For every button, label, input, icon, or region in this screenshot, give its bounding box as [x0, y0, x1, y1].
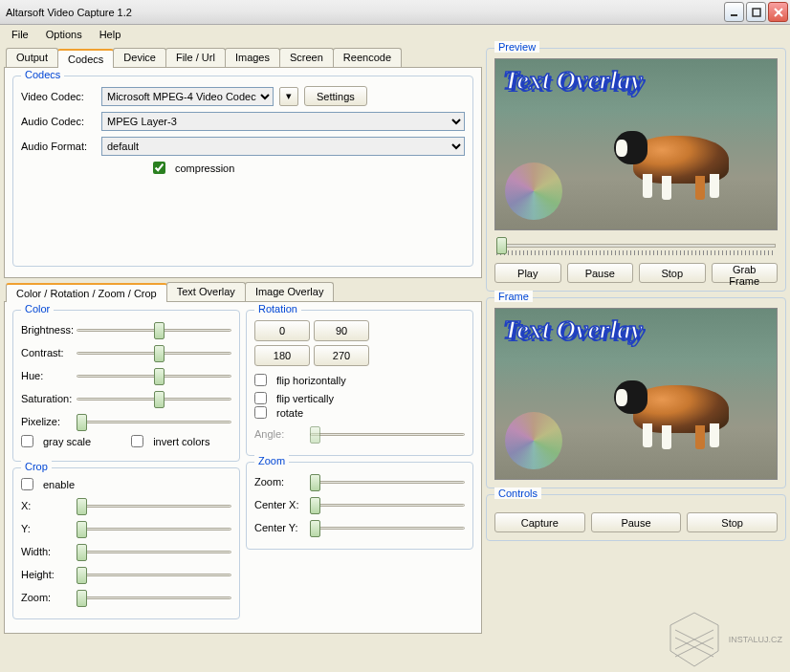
saturation-slider[interactable]: [77, 389, 231, 408]
tab-images[interactable]: Images: [225, 48, 280, 67]
rotation-legend: Rotation: [254, 303, 301, 314]
zoom-legend: Zoom: [254, 455, 289, 466]
chevron-down-icon[interactable]: ▾: [279, 87, 298, 106]
color-legend: Color: [21, 303, 54, 314]
rotate-checkbox[interactable]: [254, 406, 267, 419]
titlebar: Altarsoft Video Capture 1.2: [0, 0, 790, 25]
frame-overlay-text: Text Overlay: [503, 314, 643, 345]
rotate-90-button[interactable]: 90: [314, 320, 369, 341]
tab-device[interactable]: Device: [113, 48, 166, 67]
flip-v-checkbox[interactable]: [254, 392, 267, 404]
angle-label: Angle:: [254, 428, 310, 440]
sub-tabs: Color / Rotation / Zoom / Crop Text Over…: [4, 282, 482, 302]
zoom-cy-label: Center Y:: [254, 522, 310, 533]
cube-icon: [666, 611, 723, 668]
contrast-slider[interactable]: [77, 343, 231, 362]
crop-y-slider[interactable]: [77, 519, 231, 538]
crop-height-slider[interactable]: [77, 565, 231, 584]
crop-x-slider[interactable]: [77, 496, 231, 515]
video-codec-select[interactable]: Microsoft MPEG-4 Video Codec: [101, 87, 274, 106]
frame-legend: Frame: [494, 291, 533, 302]
flip-h-checkbox[interactable]: [254, 374, 267, 386]
tab-screen[interactable]: Screen: [279, 48, 334, 67]
invert-checkbox[interactable]: [131, 435, 143, 447]
grayscale-label: gray scale: [43, 436, 91, 447]
watermark-icon-2: [505, 412, 562, 469]
rotate-180-button[interactable]: 180: [254, 345, 310, 366]
crop-y-label: Y:: [21, 523, 77, 534]
menu-file[interactable]: File: [4, 27, 36, 42]
preview-legend: Preview: [494, 41, 539, 53]
audio-codec-label: Audio Codec:: [21, 116, 96, 127]
audio-format-select[interactable]: default: [101, 137, 465, 156]
pause-button[interactable]: Pause: [567, 263, 634, 283]
close-button[interactable]: [768, 2, 788, 22]
tab-output[interactable]: Output: [6, 48, 58, 67]
audio-format-label: Audio Format:: [21, 141, 96, 152]
frame-image: Text Overlay: [494, 308, 778, 480]
rotate-0-button[interactable]: 0: [254, 320, 310, 341]
tab-codecs[interactable]: Codecs: [57, 49, 114, 68]
crop-enable-checkbox[interactable]: [21, 478, 33, 490]
stop-button[interactable]: Stop: [639, 263, 706, 283]
rotate-label: rotate: [276, 407, 303, 419]
brand-text: INSTALUJ.CZ: [729, 635, 782, 644]
invert-label: invert colors: [153, 436, 209, 447]
watermark-icon: [505, 163, 562, 220]
crop-width-label: Width:: [21, 546, 77, 557]
cat-image-2: [614, 357, 748, 452]
crop-zoom-slider[interactable]: [77, 588, 231, 607]
brand-watermark: INSTALUJ.CZ: [666, 611, 782, 668]
capture-button[interactable]: Capture: [494, 512, 585, 532]
controls-stop-button[interactable]: Stop: [687, 512, 778, 532]
crop-x-label: X:: [21, 500, 77, 511]
minimize-button[interactable]: [724, 2, 744, 22]
compression-label: compression: [175, 163, 234, 174]
zoom-cy-slider[interactable]: [310, 518, 465, 537]
svg-rect-1: [753, 9, 760, 16]
tab-reencode[interactable]: Reencode: [333, 48, 402, 67]
menu-help[interactable]: Help: [92, 27, 129, 42]
window-title: Altarsoft Video Capture 1.2: [2, 7, 724, 18]
pixelize-label: Pixelize:: [21, 416, 77, 427]
crop-legend: Crop: [21, 461, 52, 472]
flip-h-label: flip horizontally: [276, 375, 346, 386]
play-button[interactable]: Play: [494, 263, 561, 283]
subtab-color[interactable]: Color / Rotation / Zoom / Crop: [6, 283, 167, 302]
crop-enable-label: enable: [43, 479, 75, 490]
brightness-label: Brightness:: [21, 324, 77, 336]
rotate-270-button[interactable]: 270: [314, 345, 369, 366]
settings-button[interactable]: Settings: [304, 86, 367, 106]
zoom-slider[interactable]: [310, 472, 465, 491]
preview-image: Text Overlay: [494, 58, 778, 230]
compression-checkbox[interactable]: [153, 162, 165, 174]
grab-frame-button[interactable]: Grab Frame: [712, 263, 779, 283]
maximize-button[interactable]: [746, 2, 766, 22]
video-codec-label: Video Codec:: [21, 91, 96, 102]
zoom-label: Zoom:: [254, 476, 310, 488]
flip-v-label: flip vertically: [276, 393, 334, 404]
crop-width-slider[interactable]: [77, 542, 231, 561]
grayscale-checkbox[interactable]: [21, 435, 33, 447]
hue-slider[interactable]: [77, 366, 231, 385]
pixelize-slider[interactable]: [77, 412, 231, 431]
saturation-label: Saturation:: [21, 393, 77, 404]
preview-seekbar[interactable]: [496, 236, 776, 255]
crop-height-label: Height:: [21, 569, 77, 580]
overlay-text: Text Overlay: [503, 65, 643, 96]
codecs-legend: Codecs: [21, 69, 64, 80]
menu-options[interactable]: Options: [38, 27, 90, 42]
zoom-cx-slider[interactable]: [310, 495, 465, 514]
controls-pause-button[interactable]: Pause: [591, 512, 682, 532]
zoom-cx-label: Center X:: [254, 499, 310, 510]
cat-image: [614, 107, 748, 203]
subtab-imageoverlay[interactable]: Image Overlay: [245, 282, 335, 301]
brightness-slider[interactable]: [77, 320, 231, 339]
contrast-label: Contrast:: [21, 347, 77, 358]
menubar: File Options Help: [0, 25, 790, 44]
angle-slider[interactable]: [310, 424, 465, 444]
subtab-textoverlay[interactable]: Text Overlay: [166, 282, 246, 301]
tab-fileurl[interactable]: File / Url: [165, 48, 226, 67]
audio-codec-select[interactable]: MPEG Layer-3: [101, 112, 465, 131]
hue-label: Hue:: [21, 370, 77, 381]
